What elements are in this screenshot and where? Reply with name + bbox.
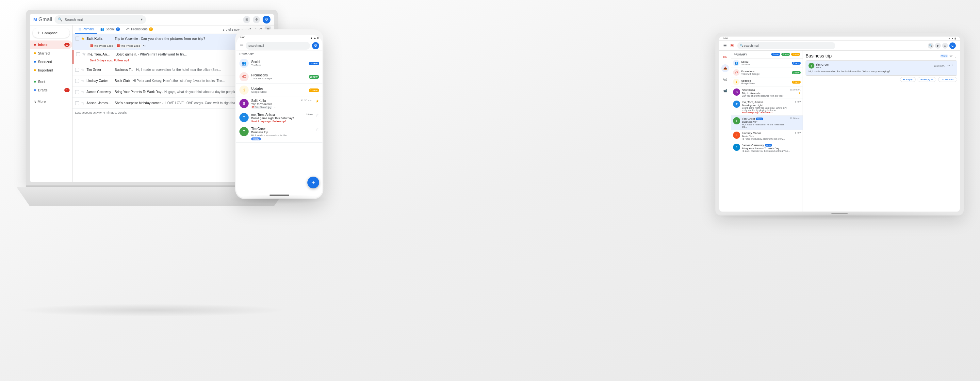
phone-email-salit[interactable]: S Salit Kulla 11:30 a.m. Trip to Yosemit… [236, 97, 323, 111]
tablet-inbox-icon[interactable]: 📥 [721, 64, 729, 72]
sidebar-item-starred[interactable]: Starred [30, 49, 72, 57]
thread-to-me: to me [816, 66, 829, 68]
tablet-cat-updates[interactable]: ℹ Updates Google Store 1 new [731, 77, 803, 87]
tablet-cat-promotions[interactable]: 🏷 Promotions Think with Google 2 new [731, 68, 803, 77]
subject-salit: Trip to Yosemite - Can you share the pic… [115, 37, 248, 40]
star-board[interactable]: ☆ [82, 52, 86, 57]
email-thread: T Tim Greer to me 11:16 a.m. ↩ ⋮ [805, 60, 957, 76]
signal-icon: ▲ [313, 37, 316, 40]
email-checkbox-lindsay[interactable] [75, 79, 79, 83]
tablet-promotions-info: Promotions Think with Google [741, 70, 790, 75]
tablet-sender-salit: Salit Kulla [742, 89, 788, 92]
tablet-email-james[interactable]: J James Carroway Work Bring Your Parents… [731, 142, 803, 154]
tablet-device: 9:00 ▲ ▲ ▮ ☰ M 🔍 Search mail [715, 33, 964, 216]
phone-time: 9:00 [240, 36, 245, 40]
thread-item-tim[interactable]: T Tim Greer to me 11:16 a.m. ↩ ⋮ [806, 61, 957, 75]
phone-email-tim[interactable]: T Tim Greer Business trip Hi, I made a r… [236, 125, 323, 143]
social-sub: YouTube [251, 64, 306, 67]
phone-compose-fab[interactable]: + [307, 177, 319, 188]
tablet-user-avatar[interactable]: G [949, 43, 956, 49]
sent-dot [34, 81, 36, 83]
star-lindsay[interactable]: ☆ [81, 79, 84, 83]
thread-avatar-tim: T [808, 63, 815, 68]
reading-star-icon[interactable]: ☆ [949, 54, 953, 58]
thread-more-icon[interactable]: ⋮ [951, 64, 954, 68]
tablet-email-list: PRIMARY 2 new 2 new 1 new 👥 Social [731, 51, 803, 211]
tab-promotions[interactable]: 🏷 Promotions 2 [123, 25, 156, 33]
email-checkbox-board[interactable] [76, 52, 80, 56]
tablet-subject-board: Board game night [742, 104, 793, 107]
phone-cat-updates[interactable]: ℹ Updates Google Store 1 new [236, 84, 323, 97]
reading-more-icon[interactable]: ⋮ [954, 54, 957, 58]
tablet-star-salit[interactable]: ★ [798, 91, 801, 95]
sidebar-item-sent[interactable]: Sent [30, 77, 72, 86]
tablet-header-icons: 🔍 ▶ ⊞ G [928, 43, 956, 49]
star-tim[interactable]: ☆ [81, 68, 84, 72]
phone-preview-tim: Hi, I made a reservation for the... [251, 134, 313, 137]
drafts-badge: 1 [64, 88, 70, 92]
compose-button[interactable]: + Compose [33, 28, 70, 38]
thread-sender-row-tim: T Tim Greer to me 11:16 a.m. ↩ ⋮ [808, 63, 954, 68]
reply-actions: ↩ Reply ↩ Reply all → Forward [805, 77, 957, 82]
hamburger-menu-icon[interactable]: ☰ [239, 43, 244, 48]
sidebar-item-more[interactable]: ∨ More [30, 97, 72, 106]
tablet-preview-board: Board game night this Saturday? Who's in… [742, 107, 793, 111]
tab-primary[interactable]: ☰ Primary [75, 25, 97, 33]
phone-cat-social[interactable]: 👥 Social YouTube 2 new [236, 57, 323, 70]
phone-search-bar[interactable]: Search mail [246, 42, 310, 50]
email-checkbox-anissa[interactable] [75, 101, 79, 105]
star-salit[interactable]: ★ [81, 36, 84, 41]
tablet-tim-badge-row: Tim Greer Work [742, 117, 788, 121]
tab-social[interactable]: 👥 Social 2 [97, 25, 123, 33]
sidebar-item-important[interactable]: Important [30, 66, 72, 75]
phone-body: 9:00 ▲ ▲ ▮ ☰ Search mail G PRIMAR [235, 29, 323, 199]
tablet-search-icon: 🔍 [740, 44, 743, 47]
laptop-search-bar[interactable]: 🔍 Search mail ▾ [54, 15, 146, 24]
tablet-meet-icon[interactable]: 📹 [721, 87, 729, 94]
phone-cat-promotions[interactable]: 🏷 Promotions Think with Google 2 new [236, 70, 323, 84]
star-board-phone[interactable]: ☆ [315, 113, 319, 117]
star-salit-phone[interactable]: ★ [315, 99, 319, 103]
wifi-icon: ▲ [310, 37, 313, 40]
phone-reply-btn[interactable]: Reply [251, 137, 261, 140]
tablet-search-bar[interactable]: 🔍 Search mail [737, 42, 835, 49]
sidebar-item-inbox[interactable]: Inbox 1 [30, 40, 72, 49]
star-james[interactable]: ☆ [81, 90, 84, 94]
phone-user-avatar[interactable]: G [312, 42, 319, 49]
tablet-email-board[interactable]: T me, Tom, Anissa Board game night Board… [731, 99, 803, 116]
user-avatar[interactable]: G [262, 16, 270, 24]
phone-tim-actions: Reply [251, 137, 313, 140]
tablet-followup-board: Sent 5 days ago. Follow up? [742, 111, 793, 114]
apps-icon[interactable]: ⊞ [243, 16, 250, 23]
phone-email-board[interactable]: T me, Tom, Anissa 3 Nov Board game night… [236, 111, 323, 125]
settings-icon[interactable]: ⚙ [253, 16, 260, 23]
tablet-james-work-badge: Work [765, 144, 772, 147]
forward-button[interactable]: → Forward [938, 77, 957, 82]
tablet-email-tim[interactable]: T Tim Greer Work Business VIP Hi, I made… [731, 116, 803, 130]
tablet-email-salit[interactable]: S Salit Kulla Trip to Yosemite Can you s… [731, 87, 803, 99]
social-badge: 2 new [309, 62, 319, 65]
tablet-email-lindsay[interactable]: L Lindsay Carter Book Club Hi Peter and … [731, 130, 803, 142]
attachment-img-icon: 🖼 [90, 44, 93, 47]
tablet-menu-icon[interactable]: ☰ [723, 43, 727, 48]
tablet-chat-icon[interactable]: 💬 [721, 75, 729, 83]
tablet-search-small-icon[interactable]: 🔍 [928, 43, 934, 49]
tablet-preview-salit: Can you share the pictures from our trip… [742, 95, 788, 97]
promotions-sub: Think with Google [251, 77, 306, 80]
sidebar-item-drafts[interactable]: Drafts 1 [30, 86, 72, 94]
tablet-reading-header: Business trip Work ☆ ⋮ [805, 53, 957, 59]
star-anissa[interactable]: ☆ [81, 101, 84, 105]
star-tim-phone[interactable]: ☆ [315, 127, 319, 132]
email-checkbox-james[interactable] [75, 90, 79, 94]
reply-button[interactable]: ↩ Reply [900, 77, 916, 82]
tablet-video-icon[interactable]: ▶ [935, 43, 941, 49]
reply-all-button[interactable]: ↩ Reply all [918, 77, 937, 82]
tablet-apps-icon[interactable]: ⊞ [942, 43, 948, 49]
phone-avatar-salit: S [239, 99, 248, 108]
email-checkbox-salit[interactable] [75, 37, 79, 40]
email-checkbox-tim[interactable] [75, 68, 79, 72]
sidebar-item-snoozed[interactable]: Snoozed [30, 57, 72, 66]
thread-reply-icon[interactable]: ↩ [947, 64, 950, 68]
tablet-compose-icon[interactable]: ✏ [721, 53, 729, 61]
tablet-cat-social[interactable]: 👥 Social YouTube 2 new [731, 59, 803, 68]
